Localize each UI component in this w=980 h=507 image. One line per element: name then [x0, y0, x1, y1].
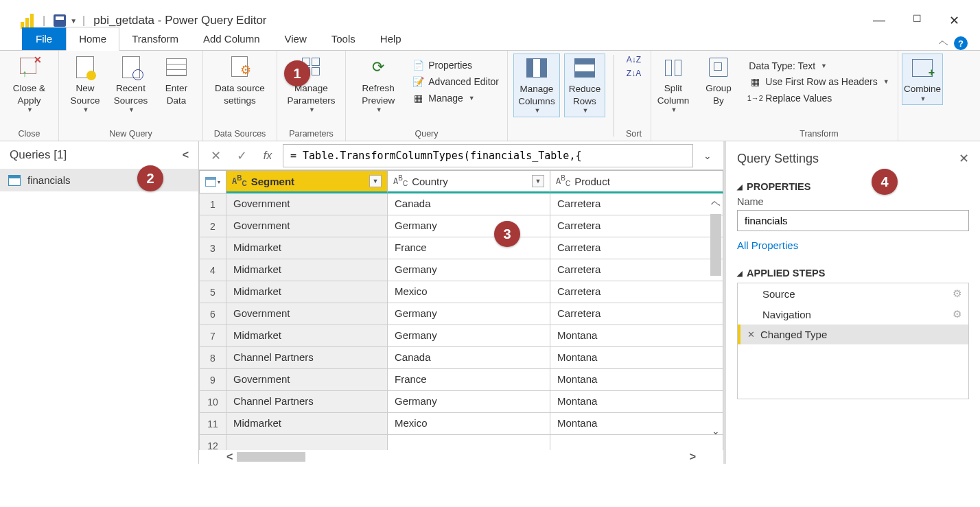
- enter-data-button[interactable]: Enter Data: [156, 54, 197, 108]
- scroll-thumb[interactable]: [237, 452, 305, 462]
- step-changed-type[interactable]: ✕Changed Type: [738, 325, 968, 344]
- cell-product[interactable]: Carretera: [550, 303, 723, 325]
- tab-file[interactable]: File: [22, 27, 66, 50]
- vertical-scrollbar[interactable]: ヘ ⌄: [710, 198, 722, 436]
- properties-button[interactable]: 📄Properties: [409, 58, 502, 73]
- cell-product[interactable]: Carretera: [550, 193, 723, 215]
- commit-formula-icon[interactable]: ✓: [231, 145, 253, 166]
- cell-product[interactable]: [550, 435, 723, 450]
- select-all-corner[interactable]: ▾: [199, 171, 226, 193]
- scroll-thumb[interactable]: [710, 214, 721, 276]
- gear-icon[interactable]: ⚙: [953, 287, 961, 300]
- close-settings-icon[interactable]: ✕: [959, 151, 969, 166]
- collapse-ribbon-icon[interactable]: ヘ: [939, 37, 948, 49]
- sort-asc-icon[interactable]: A↓Z: [627, 55, 641, 66]
- table-row[interactable]: 8Channel PartnersCanadaMontana: [199, 347, 723, 369]
- cell-segment[interactable]: Channel Partners: [226, 347, 388, 369]
- table-row[interactable]: 4MidmarketGermanyCarretera: [199, 259, 723, 281]
- step-source[interactable]: Source⚙: [738, 283, 968, 304]
- tab-home[interactable]: Home: [66, 27, 119, 51]
- scroll-up-icon[interactable]: ヘ: [711, 198, 721, 210]
- fx-icon[interactable]: fx: [257, 145, 279, 166]
- cell-country[interactable]: Germany: [388, 259, 550, 281]
- cell-country[interactable]: Mexico: [388, 413, 550, 435]
- cell-segment[interactable]: Midmarket: [226, 281, 388, 303]
- cell-country[interactable]: France: [388, 369, 550, 391]
- close-apply-button[interactable]: ↑ Close & Apply▼: [5, 54, 53, 116]
- cell-segment[interactable]: Government: [226, 215, 388, 237]
- table-row[interactable]: 3MidmarketFranceCarretera: [199, 237, 723, 259]
- maximize-button[interactable]: ☐: [913, 13, 922, 28]
- cancel-formula-icon[interactable]: ✕: [205, 145, 226, 166]
- sort-desc-icon[interactable]: Z↓A: [627, 69, 641, 80]
- combine-button[interactable]: Combine▼: [902, 54, 943, 105]
- replace-values-button[interactable]: 1→2Replace Values: [746, 91, 891, 106]
- cell-product[interactable]: Carretera: [550, 237, 723, 259]
- expand-formula-icon[interactable]: ⌄: [697, 150, 718, 161]
- scroll-down-icon[interactable]: ⌄: [712, 425, 720, 436]
- tab-transform[interactable]: Transform: [119, 27, 191, 50]
- column-header-product[interactable]: ABC Product: [550, 171, 723, 193]
- table-row[interactable]: 10Channel PartnersGermanyMontana: [199, 391, 723, 413]
- cell-country[interactable]: Germany: [388, 303, 550, 325]
- tab-tools[interactable]: Tools: [319, 27, 368, 50]
- table-row[interactable]: 2GovernmentGermanyCarretera: [199, 215, 723, 237]
- all-properties-link[interactable]: All Properties: [737, 239, 798, 251]
- refresh-preview-button[interactable]: ⟳ Refresh Preview▼: [351, 54, 405, 116]
- table-row[interactable]: 7MidmarketGermanyMontana: [199, 325, 723, 347]
- first-row-headers-button[interactable]: ▦Use First Row as Headers▼: [746, 74, 891, 89]
- cell-product[interactable]: Montana: [550, 325, 723, 347]
- new-source-button[interactable]: New Source▼: [65, 54, 106, 116]
- applied-steps-header[interactable]: ◢APPLIED STEPS: [737, 268, 969, 279]
- tab-add-column[interactable]: Add Column: [191, 27, 272, 50]
- column-header-country[interactable]: ABC Country ▼: [388, 171, 550, 193]
- table-row[interactable]: 6GovernmentGermanyCarretera: [199, 303, 723, 325]
- table-row[interactable]: 1GovernmentCanadaCarretera: [199, 193, 723, 215]
- cell-segment[interactable]: Midmarket: [226, 413, 388, 435]
- cell-segment[interactable]: Midmarket: [226, 237, 388, 259]
- reduce-rows-button[interactable]: Reduce Rows▼: [564, 54, 605, 117]
- help-icon[interactable]: ?: [954, 36, 968, 50]
- cell-country[interactable]: Germany: [388, 215, 550, 237]
- qat-dropdown-icon[interactable]: ▼: [70, 17, 77, 25]
- column-filter-icon[interactable]: ▼: [532, 175, 544, 187]
- cell-product[interactable]: Carretera: [550, 259, 723, 281]
- cell-country[interactable]: Germany: [388, 391, 550, 413]
- cell-country[interactable]: Germany: [388, 325, 550, 347]
- minimize-button[interactable]: —: [873, 13, 885, 28]
- recent-sources-button[interactable]: Recent Sources▼: [110, 54, 152, 116]
- data-source-settings-button[interactable]: Data source settings: [209, 54, 271, 108]
- cell-product[interactable]: Montana: [550, 413, 723, 435]
- column-filter-icon[interactable]: ▼: [369, 175, 382, 187]
- cell-segment[interactable]: Government: [226, 193, 388, 215]
- cell-segment[interactable]: [226, 435, 388, 450]
- query-name-input[interactable]: [737, 210, 969, 231]
- sort-buttons[interactable]: A↓ZZ↓A: [622, 54, 646, 80]
- table-row[interactable]: 11MidmarketMexicoMontana: [199, 413, 723, 435]
- cell-country[interactable]: [388, 435, 550, 450]
- step-navigation[interactable]: Navigation⚙: [738, 304, 968, 325]
- cell-country[interactable]: Mexico: [388, 281, 550, 303]
- scroll-left-icon[interactable]: <: [226, 451, 233, 463]
- table-row[interactable]: 5MidmarketMexicoCarretera: [199, 281, 723, 303]
- cell-segment[interactable]: Channel Partners: [226, 391, 388, 413]
- cell-segment[interactable]: Midmarket: [226, 325, 388, 347]
- cell-country[interactable]: France: [388, 237, 550, 259]
- delete-step-icon[interactable]: ✕: [747, 329, 755, 340]
- save-icon[interactable]: [54, 14, 66, 27]
- horizontal-scrollbar[interactable]: < >: [199, 450, 723, 464]
- cell-product[interactable]: Montana: [550, 391, 723, 413]
- group-by-button[interactable]: Group By: [698, 54, 739, 108]
- formula-input[interactable]: [283, 144, 693, 167]
- table-row[interactable]: 9GovernmentFranceMontana: [199, 369, 723, 391]
- manage-query-button[interactable]: ▦Manage▼: [409, 91, 502, 106]
- data-type-button[interactable]: Data Type: Text▼: [746, 59, 891, 73]
- split-column-button[interactable]: Split Column▼: [653, 54, 694, 116]
- cell-country[interactable]: Canada: [388, 347, 550, 369]
- collapse-queries-icon[interactable]: <: [183, 149, 189, 161]
- advanced-editor-button[interactable]: 📝Advanced Editor: [409, 74, 502, 89]
- scroll-right-icon[interactable]: >: [690, 451, 696, 463]
- tab-help[interactable]: Help: [368, 27, 414, 50]
- cell-product[interactable]: Montana: [550, 347, 723, 369]
- cell-segment[interactable]: Government: [226, 369, 388, 391]
